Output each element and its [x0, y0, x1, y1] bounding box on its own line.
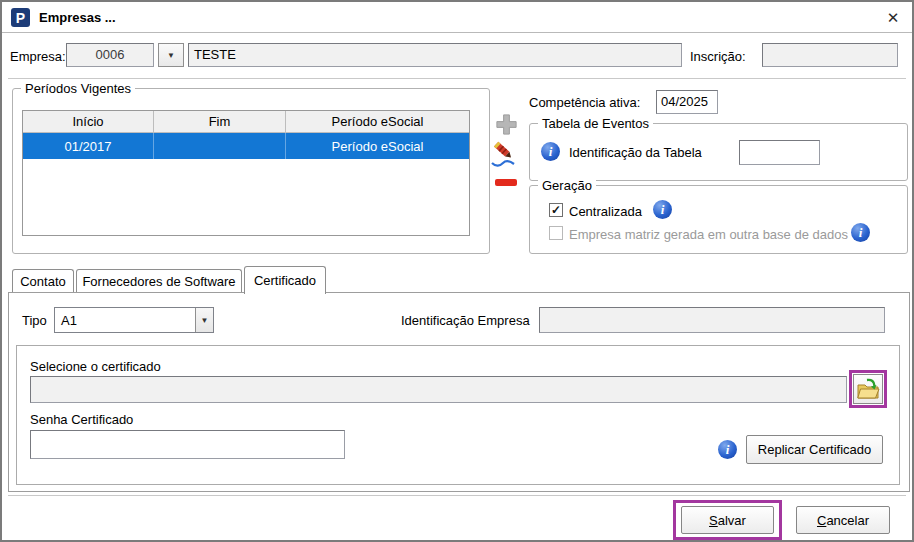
remove-period-button[interactable]	[495, 179, 517, 186]
empresa-matriz-label: Empresa matriz gerada em outra base de d…	[569, 227, 848, 242]
empresa-label: Empresa:	[10, 49, 66, 64]
cell-periodo-esocial[interactable]: Período eSocial	[286, 133, 469, 159]
empresa-name-field: TESTE	[188, 43, 682, 67]
salvar-label: Salvar	[709, 513, 746, 528]
centralizada-checkbox[interactable]: ✓	[549, 203, 563, 217]
periodos-table-header: Início Fim Período eSocial	[23, 111, 469, 133]
senha-certificado-input[interactable]	[30, 430, 345, 459]
inscricao-label: Inscrição:	[690, 49, 746, 64]
certificado-path-field	[30, 376, 847, 403]
centralizada-label: Centralizada	[569, 204, 642, 219]
cell-inicio[interactable]: 01/2017	[23, 133, 154, 159]
add-period-button[interactable]	[494, 112, 519, 140]
column-header-fim[interactable]: Fim	[154, 111, 286, 132]
empresa-code-field[interactable]: 0006	[66, 43, 154, 67]
tab-contato[interactable]: Contato	[12, 269, 74, 293]
selecione-certificado-label: Selecione o certificado	[30, 359, 161, 374]
identificacao-empresa-label: Identificação Empresa	[401, 313, 530, 328]
geracao-group: Geração	[529, 185, 908, 254]
empresa-dropdown-button[interactable]: ▼	[158, 43, 184, 67]
competencia-ativa-label: Competência ativa:	[529, 95, 640, 110]
identificacao-tabela-label: Identificação da Tabela	[569, 145, 702, 160]
empresa-matriz-checkbox	[549, 226, 563, 240]
column-header-periodo-esocial[interactable]: Período eSocial	[286, 111, 469, 132]
inscricao-field	[762, 43, 898, 67]
footer-divider	[8, 495, 906, 497]
table-row[interactable]: 01/2017 Período eSocial	[23, 133, 469, 159]
identificacao-tabela-field[interactable]	[739, 140, 820, 165]
geracao-title: Geração	[538, 178, 596, 193]
tipo-label: Tipo	[22, 313, 47, 328]
cell-fim[interactable]	[154, 133, 286, 159]
info-icon[interactable]: i	[653, 200, 672, 219]
title-bar: P Empresas ... ✕	[2, 2, 912, 33]
tab-fornecedores-de-software[interactable]: Fornecedores de Software	[76, 269, 242, 293]
tipo-select[interactable]: A1 ▼	[54, 307, 214, 333]
plus-icon	[494, 112, 519, 137]
info-icon[interactable]: i	[851, 223, 870, 242]
window-title: Empresas ...	[39, 10, 116, 25]
salvar-button[interactable]: Salvar	[681, 506, 774, 534]
folder-open-arrow-icon	[856, 377, 880, 401]
empresas-dialog: P Empresas ... ✕ Empresa: 0006 ▼ TESTE I…	[0, 0, 914, 542]
header-divider	[8, 78, 906, 80]
info-icon[interactable]: i	[541, 142, 560, 161]
chevron-down-icon[interactable]: ▼	[195, 308, 213, 332]
tab-certificado[interactable]: Certificado	[244, 266, 326, 294]
senha-certificado-label: Senha Certificado	[30, 412, 133, 427]
info-icon[interactable]: i	[718, 440, 737, 459]
close-icon[interactable]: ✕	[880, 6, 906, 30]
open-certificate-button[interactable]	[853, 374, 883, 404]
periodos-vigentes-title: Períodos Vigentes	[21, 81, 135, 96]
competencia-ativa-field[interactable]: 04/2025	[656, 90, 718, 114]
tipo-selected-value: A1	[55, 313, 195, 328]
replicar-certificado-label: Replicar Certificado	[758, 442, 871, 457]
periodos-table[interactable]: Início Fim Período eSocial 01/2017 Perío…	[22, 110, 470, 236]
annotation-highlight-open-certificate	[849, 370, 887, 408]
chevron-down-icon: ▼	[167, 51, 175, 60]
pencil-icon	[489, 141, 517, 169]
replicar-certificado-button[interactable]: Replicar Certificado	[746, 435, 883, 464]
app-logo-icon: P	[11, 8, 30, 27]
tabela-eventos-title: Tabela de Eventos	[538, 116, 653, 131]
annotation-highlight-salvar: Salvar	[673, 500, 782, 540]
cancelar-button[interactable]: Cancelar	[796, 506, 890, 534]
edit-period-button[interactable]	[489, 141, 517, 172]
check-icon: ✓	[551, 203, 561, 217]
identificacao-empresa-field	[539, 307, 885, 333]
cancelar-label: Cancelar	[817, 513, 869, 528]
column-header-inicio[interactable]: Início	[23, 111, 154, 132]
